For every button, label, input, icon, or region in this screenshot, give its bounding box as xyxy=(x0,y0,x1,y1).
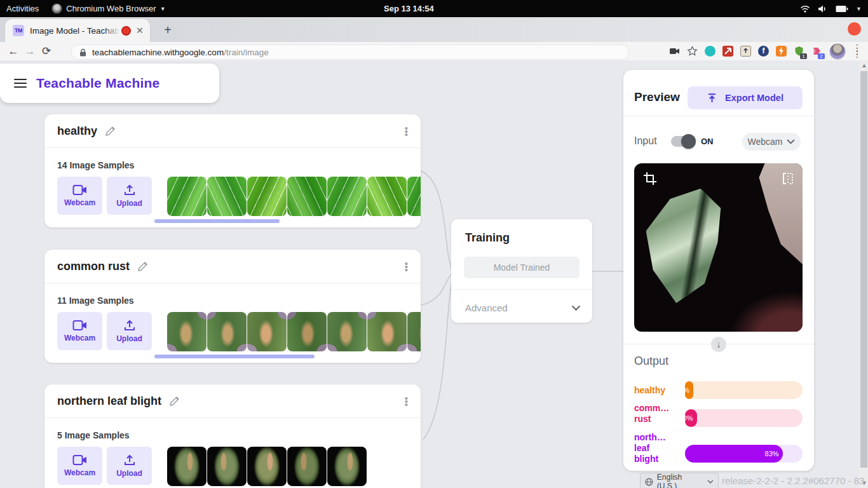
extension-upload-icon[interactable] xyxy=(740,46,751,57)
back-button[interactable]: ← xyxy=(5,45,22,58)
clock[interactable]: Sep 13 14:54 xyxy=(384,0,434,17)
sample-thumbnail[interactable] xyxy=(247,177,287,216)
extension-pink-icon[interactable]: 2 xyxy=(811,46,822,57)
browser-menu-icon[interactable]: ⋮⋮⋮ xyxy=(853,46,862,56)
site-header: Teachable Machine xyxy=(0,64,219,103)
input-label: Input xyxy=(634,135,657,147)
release-version-label: release-2-2-2 - 2.2.2#062770 - 83 xyxy=(722,475,864,486)
volume-icon xyxy=(818,4,828,13)
sample-thumbnails[interactable] xyxy=(167,312,421,351)
extension-orange-icon[interactable] xyxy=(776,46,787,57)
app-menu[interactable]: Chromium Web Browser ▼ xyxy=(45,0,172,17)
class-menu-icon[interactable]: ••• xyxy=(405,262,408,271)
sample-thumbnail[interactable] xyxy=(167,447,207,486)
sample-thumbnail[interactable] xyxy=(287,312,327,351)
lock-icon xyxy=(79,48,86,57)
edit-pencil-icon[interactable] xyxy=(137,261,148,272)
battery-icon xyxy=(836,5,848,13)
edit-pencil-icon[interactable] xyxy=(169,396,180,407)
sample-thumbnail[interactable] xyxy=(247,312,287,351)
sample-thumbnail[interactable] xyxy=(207,447,247,486)
sample-thumbnail[interactable] xyxy=(207,177,247,216)
scroll-up-icon[interactable]: ▲ xyxy=(861,62,867,69)
crop-icon[interactable] xyxy=(643,172,657,186)
upload-button[interactable]: Upload xyxy=(107,177,152,215)
extension-badge: 2 xyxy=(818,53,825,59)
sample-thumbnail[interactable] xyxy=(327,177,367,216)
flip-horizontal-icon[interactable] xyxy=(781,172,795,186)
language-selector[interactable]: English (U.S.) xyxy=(640,473,719,488)
toolbar-extensions: f 1 2 ⋮⋮⋮ xyxy=(669,42,862,60)
class-card-header: northern leaf blight ••• xyxy=(44,384,421,418)
sample-thumbnail[interactable] xyxy=(207,312,247,351)
reload-button[interactable]: ⟳ xyxy=(38,44,55,58)
url-host: teachablemachine.withgoogle.com xyxy=(92,48,224,57)
confidence-value: 7% xyxy=(685,386,689,394)
extension-red-arrow-icon[interactable] xyxy=(722,46,733,57)
profile-avatar[interactable] xyxy=(829,43,846,60)
class-menu-icon[interactable]: ••• xyxy=(405,396,408,406)
sample-thumbnail[interactable] xyxy=(247,447,287,486)
browser-tab[interactable]: TM Image Model - Teachab ✕ xyxy=(5,19,150,42)
sample-thumbnail[interactable] xyxy=(167,312,207,351)
confidence-bar: 7% xyxy=(685,381,803,399)
export-model-button[interactable]: Export Model xyxy=(688,86,803,109)
upload-button[interactable]: Upload xyxy=(107,447,152,485)
extension-teal-icon[interactable] xyxy=(705,46,715,57)
system-top-bar: Activities Chromium Web Browser ▼ Sep 13… xyxy=(0,0,868,17)
webcam-button[interactable]: Webcam xyxy=(57,177,102,215)
teachable-machine-favicon: TM xyxy=(13,25,24,36)
sample-thumbnails[interactable] xyxy=(167,177,421,216)
samples-scrollbar[interactable] xyxy=(154,219,280,223)
bookmark-star-icon[interactable] xyxy=(687,46,698,57)
sample-thumbnail[interactable] xyxy=(407,312,421,351)
sample-thumbnail[interactable] xyxy=(367,312,407,351)
divider xyxy=(451,289,592,290)
samples-scrollbar[interactable] xyxy=(154,355,315,358)
camera-capture-icon[interactable] xyxy=(669,46,680,57)
chevron-down-icon xyxy=(707,480,714,484)
sample-thumbnail[interactable] xyxy=(367,177,407,216)
sample-thumbnail[interactable] xyxy=(327,447,367,486)
sample-thumbnail[interactable] xyxy=(327,312,367,351)
sample-count-label: 5 Image Samples xyxy=(57,430,421,440)
edit-pencil-icon[interactable] xyxy=(105,126,116,137)
tab-strip: TM Image Model - Teachab ✕ + xyxy=(0,17,868,42)
system-tray[interactable]: ▼ xyxy=(800,0,865,17)
menu-icon[interactable] xyxy=(14,76,27,90)
sample-thumbnail[interactable] xyxy=(287,447,327,486)
scrollbar-thumb[interactable] xyxy=(860,71,867,468)
input-toggle[interactable] xyxy=(671,136,694,147)
class-menu-icon[interactable]: ••• xyxy=(405,126,408,136)
video-camera-icon xyxy=(72,454,88,466)
preview-title: Preview xyxy=(634,90,680,104)
new-tab-button[interactable]: + xyxy=(160,22,175,37)
video-camera-icon xyxy=(72,320,88,331)
sample-thumbnail[interactable] xyxy=(407,177,421,216)
address-bar[interactable]: teachablemachine.withgoogle.com /train/i… xyxy=(71,44,629,60)
toggle-knob xyxy=(681,134,696,149)
sample-count-label: 11 Image Samples xyxy=(57,295,421,306)
webcam-foreground-shadow xyxy=(702,256,803,332)
extension-fedora-icon[interactable]: f xyxy=(758,46,769,57)
scroll-down-circle-icon[interactable]: ↓ xyxy=(711,337,726,352)
sample-thumbnail[interactable] xyxy=(287,177,327,216)
upload-icon xyxy=(123,184,136,196)
forward-button[interactable]: → xyxy=(22,45,38,58)
webcam-button[interactable]: Webcam xyxy=(57,447,102,485)
advanced-toggle[interactable]: Advanced xyxy=(465,298,581,317)
chevron-down-icon xyxy=(787,139,795,144)
upload-button[interactable]: Upload xyxy=(107,312,152,350)
tab-close-icon[interactable]: ✕ xyxy=(136,26,144,35)
webcam-button[interactable]: Webcam xyxy=(57,312,102,350)
sample-thumbnail[interactable] xyxy=(167,177,207,216)
sample-count-label: 14 Image Samples xyxy=(57,160,421,170)
extension-shield-icon[interactable]: 1 xyxy=(794,46,804,57)
input-source-dropdown[interactable]: Webcam xyxy=(742,133,801,151)
video-camera-icon xyxy=(72,184,88,196)
train-model-button[interactable]: Model Trained xyxy=(464,257,580,278)
upload-icon xyxy=(123,320,136,332)
activities-button[interactable]: Activities xyxy=(0,0,45,17)
sample-thumbnails[interactable] xyxy=(167,447,367,486)
class-card-northern-leaf-blight: northern leaf blight ••• 5 Image Samples… xyxy=(44,384,421,488)
